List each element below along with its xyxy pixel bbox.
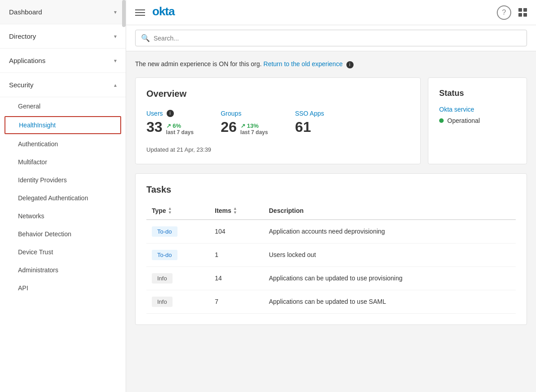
metric-groups-value: 26 ↗ 13% last 7 days: [221, 119, 268, 135]
task-description-cell: Users locked out: [263, 243, 516, 266]
sidebar-sub-item-delegated-authentication[interactable]: Delegated Authentication: [0, 189, 126, 207]
task-items-cell: 14: [209, 266, 263, 290]
task-description-cell: Applications can be updated to use provi…: [263, 266, 516, 290]
users-link[interactable]: Users: [146, 110, 163, 117]
banner-text: The new admin experience is ON for this …: [135, 60, 262, 68]
sidebar-item-security-label: Security: [9, 81, 33, 89]
info-circle-icon: i: [346, 61, 354, 68]
task-type-cell: Info: [146, 290, 209, 313]
status-title: Status: [439, 89, 516, 98]
metric-users-value: 33 ↗ 6% last 7 days: [146, 119, 194, 135]
tasks-card: Tasks Type ▲▼: [135, 173, 527, 325]
sidebar-item-applications-label: Applications: [9, 57, 45, 64]
sidebar-sub-item-identity-providers[interactable]: Identity Providers: [0, 171, 126, 189]
chevron-down-icon: ▾: [114, 9, 117, 15]
admin-experience-banner: The new admin experience is ON for this …: [135, 60, 527, 68]
sidebar-sub-item-device-trust[interactable]: Device Trust: [0, 243, 126, 261]
status-card: Status Okta service Operational: [428, 77, 527, 164]
search-bar: 🔍: [126, 25, 536, 51]
task-type-badge: To-do: [152, 226, 177, 237]
search-icon: 🔍: [141, 34, 150, 42]
task-type-badge: Info: [152, 273, 173, 284]
cards-row: Overview Users i 33 ↗ 6% last 7 days: [135, 77, 527, 164]
sso-apps-link[interactable]: SSO Apps: [295, 110, 324, 117]
status-row: Operational: [439, 117, 516, 124]
sidebar-item-directory[interactable]: Directory ▾: [0, 24, 126, 49]
chevron-up-icon: ▴: [114, 82, 117, 88]
topbar: okta ?: [126, 0, 536, 25]
chevron-down-icon: ▾: [114, 58, 117, 64]
search-input[interactable]: [154, 35, 521, 42]
hamburger-menu-button[interactable]: [135, 9, 145, 16]
status-dot-operational: [439, 118, 444, 123]
metric-sso-apps-label: SSO Apps: [295, 110, 324, 117]
okta-logo: okta: [152, 4, 188, 21]
col-type: Type ▲▼: [146, 202, 209, 220]
grid-cell: [523, 13, 527, 17]
chevron-down-icon: ▾: [114, 33, 117, 40]
sidebar-sub-item-administrators[interactable]: Administrators: [0, 261, 126, 279]
table-row: Info 14 Applications can be updated to u…: [146, 266, 516, 290]
task-type-cell: To-do: [146, 243, 209, 266]
page-content: The new admin experience is ON for this …: [126, 51, 536, 392]
sidebar-sub-item-authentication[interactable]: Authentication: [0, 135, 126, 153]
table-row: Info 7 Applications can be updated to us…: [146, 290, 516, 313]
metric-groups-label: Groups: [221, 110, 268, 117]
col-description: Description: [263, 202, 516, 220]
help-button[interactable]: ?: [497, 5, 511, 20]
sidebar: Dashboard ▾ Directory ▾ Applications ▾ S…: [0, 0, 126, 392]
overview-title: Overview: [146, 89, 409, 99]
search-input-wrap: 🔍: [135, 30, 527, 46]
sort-items-icon[interactable]: ▲▼: [233, 207, 237, 215]
status-operational-text: Operational: [447, 117, 480, 124]
tasks-title: Tasks: [146, 185, 516, 195]
metric-groups-sub: ↗ 13% last 7 days: [241, 122, 268, 135]
okta-logo-svg: okta: [152, 4, 188, 18]
overview-updated: Updated at 21 Apr, 23:39: [146, 146, 409, 153]
sidebar-item-applications[interactable]: Applications ▾: [0, 49, 126, 73]
svg-text:okta: okta: [152, 5, 175, 18]
metric-users-label: Users i: [146, 110, 194, 117]
sidebar-sub-item-general[interactable]: General: [0, 97, 126, 115]
task-description-cell: Applications can be updated to use SAML: [263, 290, 516, 313]
task-items-cell: 7: [209, 290, 263, 313]
scrollbar[interactable]: [122, 0, 126, 27]
info-icon: i: [167, 110, 174, 117]
return-old-experience-link[interactable]: Return to the old experience: [263, 60, 343, 68]
sidebar-item-dashboard[interactable]: Dashboard ▾: [0, 0, 126, 24]
metric-groups: Groups 26 ↗ 13% last 7 days: [221, 110, 268, 135]
sidebar-sub-item-multifactor[interactable]: Multifactor: [0, 153, 126, 171]
task-description-cell: Application accounts need deprovisioning: [263, 220, 516, 243]
metric-sso-apps-value: 61: [295, 119, 324, 135]
table-row: To-do 1 Users locked out: [146, 243, 516, 266]
metric-users: Users i 33 ↗ 6% last 7 days: [146, 110, 194, 135]
task-type-badge: To-do: [152, 250, 177, 260]
metric-users-sub: ↗ 6% last 7 days: [166, 122, 194, 135]
sidebar-item-directory-label: Directory: [9, 32, 36, 40]
overview-metrics: Users i 33 ↗ 6% last 7 days: [146, 110, 409, 135]
task-items-cell: 104: [209, 220, 263, 243]
sidebar-item-security[interactable]: Security ▴: [0, 73, 126, 97]
main-content: okta ? 🔍 The new admin experience is ON …: [126, 0, 536, 392]
table-row: To-do 104 Application accounts need depr…: [146, 220, 516, 243]
sort-type-icon[interactable]: ▲▼: [168, 207, 172, 215]
apps-grid-button[interactable]: [518, 8, 527, 17]
sidebar-sub-item-behavior-detection[interactable]: Behavior Detection: [0, 225, 126, 243]
sidebar-sub-item-healthinsight[interactable]: HealthInsight: [5, 116, 121, 134]
grid-cell: [518, 8, 522, 12]
overview-card: Overview Users i 33 ↗ 6% last 7 days: [135, 77, 421, 164]
task-type-cell: To-do: [146, 220, 209, 243]
sidebar-item-dashboard-label: Dashboard: [9, 8, 42, 16]
okta-service-link[interactable]: Okta service: [439, 106, 474, 113]
sidebar-sub-item-api[interactable]: API: [0, 279, 126, 297]
task-type-cell: Info: [146, 266, 209, 290]
sidebar-sub-item-networks[interactable]: Networks: [0, 207, 126, 225]
task-items-cell: 1: [209, 243, 263, 266]
groups-link[interactable]: Groups: [221, 110, 241, 117]
grid-cell: [523, 8, 527, 12]
task-type-badge: Info: [152, 297, 173, 307]
col-items: Items ▲▼: [209, 202, 263, 220]
metric-sso-apps: SSO Apps 61: [295, 110, 324, 135]
tasks-table: Type ▲▼ Items ▲▼: [146, 202, 516, 314]
grid-cell: [518, 13, 522, 17]
